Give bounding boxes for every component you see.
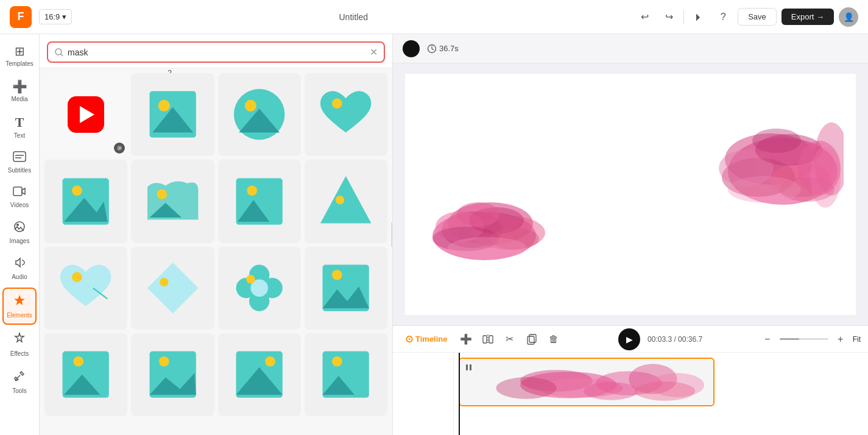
search-bar: ✕ (40, 34, 392, 68)
canvas (405, 74, 856, 315)
help-button[interactable]: ? (713, 7, 733, 27)
svg-rect-78 (483, 336, 487, 343)
landscape5-mask-icon (57, 345, 115, 403)
zoom-controls: − + Fit (759, 331, 861, 348)
landscape3-mask-icon (230, 172, 288, 230)
svg-point-90 (496, 377, 556, 399)
undo-button[interactable]: ↩ (635, 7, 654, 27)
save-button[interactable]: Save (738, 8, 777, 26)
grid-item-diamond[interactable] (131, 247, 214, 330)
sidebar-item-text[interactable]: T Text (2, 110, 37, 144)
sidebar-item-subtitles[interactable]: Subtitles (2, 146, 37, 179)
ratio-selector[interactable]: 16:9 ▾ (39, 9, 72, 24)
grid-item-square[interactable] (131, 73, 214, 156)
video-track[interactable] (459, 358, 715, 406)
ink-cloud-right (697, 110, 844, 220)
grid-item-landscape2[interactable] (131, 160, 214, 242)
square-mask-icon (144, 85, 202, 143)
timeline-toolbar: ⊙ Timeline ➕ ✂ 🗑 ▶ 00:03.3 / (393, 326, 868, 353)
avatar[interactable]: 👤 (839, 7, 858, 27)
svg-point-6 (55, 49, 62, 55)
sidebar-item-elements[interactable]: Elements (2, 288, 37, 325)
grid-item-landscape8[interactable] (305, 333, 387, 416)
export-button[interactable]: Export → (782, 9, 834, 25)
canvas-header: 36.7s (393, 34, 868, 63)
track-pause-icon (464, 362, 473, 372)
split-button[interactable] (479, 331, 496, 348)
videos-icon (13, 186, 26, 200)
svg-point-26 (336, 196, 344, 204)
timeline-left (393, 353, 454, 435)
search-icon (54, 48, 64, 57)
grid-item-landscape6[interactable] (131, 333, 214, 416)
sidebar-item-effects[interactable]: Effects (2, 327, 37, 362)
copy-button[interactable] (523, 331, 540, 348)
sidebar-label-videos: Videos (10, 202, 29, 208)
sidebar-item-audio[interactable]: Audio (2, 252, 37, 285)
zoom-slider[interactable] (780, 338, 828, 340)
time-display: 00:03.3 / 00:36.7 (647, 335, 702, 344)
grid-item-heart2[interactable] (44, 247, 127, 330)
delete-button[interactable]: 🗑 (545, 331, 562, 348)
grid-item-landscape5[interactable] (44, 333, 127, 416)
landscape8-mask-icon (317, 345, 375, 403)
zoom-out-button[interactable]: − (759, 331, 776, 348)
svg-point-74 (752, 129, 801, 153)
svg-point-77 (810, 147, 841, 208)
color-swatch[interactable] (403, 40, 420, 57)
media-icon: ➕ (12, 79, 27, 94)
svg-point-36 (246, 275, 255, 283)
sidebar-label-tools: Tools (12, 387, 26, 394)
sidebar-item-images[interactable]: Images (2, 216, 37, 249)
grid-item-flower[interactable] (218, 247, 301, 330)
zoom-in-button[interactable]: + (832, 331, 849, 348)
grid-item-heart1[interactable] (305, 73, 387, 156)
sidebar-item-videos[interactable]: Videos (2, 181, 37, 213)
svg-point-50 (332, 356, 342, 367)
fit-button[interactable]: Fit (853, 335, 861, 344)
sidebar: ⊞ Templates ➕ Media T Text Subtitles Vid… (0, 34, 40, 435)
svg-point-30 (160, 278, 168, 286)
templates-icon: ⊞ (15, 44, 25, 58)
redo-button[interactable]: ↪ (659, 7, 679, 27)
grid-item-landscape4[interactable] (305, 247, 387, 330)
sidebar-item-tools[interactable]: Tools (2, 364, 37, 399)
sidebar-label-templates: Templates (5, 60, 34, 67)
svg-point-14 (245, 100, 256, 111)
grid-item-landscape1[interactable] (44, 160, 127, 242)
sidebar-label-media: Media (11, 96, 27, 102)
search-input[interactable] (68, 48, 366, 57)
divider (683, 10, 684, 24)
play-button[interactable]: ▶ (618, 328, 640, 350)
add-clip-button[interactable]: ➕ (457, 331, 475, 348)
flower-mask-icon (230, 259, 288, 317)
app-logo[interactable]: F (10, 6, 32, 28)
grid-item-circle[interactable] (218, 73, 301, 156)
svg-point-11 (158, 100, 170, 111)
playhead[interactable] (459, 353, 460, 435)
sidebar-item-templates[interactable]: ⊞ Templates (2, 39, 37, 72)
grid-item-youtube[interactable]: ↗ (44, 73, 127, 156)
svg-marker-25 (320, 176, 371, 223)
sidebar-label-subtitles: Subtitles (8, 167, 31, 174)
youtube-badge: ↗ (114, 143, 125, 154)
landscape1-mask-icon (57, 172, 115, 230)
grid-item-triangle[interactable] (305, 160, 387, 242)
svg-point-73 (728, 176, 801, 203)
panel-collapse-handle[interactable]: ‹ (391, 222, 393, 247)
grid-item-landscape3[interactable] (218, 160, 301, 242)
sidebar-item-media[interactable]: ➕ Media (2, 74, 37, 107)
project-title: Untitled (79, 12, 627, 22)
sidebar-label-effects: Effects (10, 350, 29, 357)
grid-item-landscape7[interactable] (218, 333, 301, 416)
timeline-body: + (393, 353, 868, 435)
heart2-mask-icon (57, 259, 115, 317)
landscape6-mask-icon (144, 345, 202, 403)
cut-button[interactable]: ✂ (501, 331, 518, 348)
timeline-dot: ⊙ (405, 333, 413, 345)
preview-button[interactable]: ⏵ (689, 7, 708, 27)
landscape2-mask-icon (144, 172, 202, 230)
search-clear-button[interactable]: ✕ (370, 46, 378, 58)
svg-point-41 (74, 356, 84, 367)
topbar: F 16:9 ▾ Untitled ↩ ↪ ⏵ ? Save Export → … (0, 0, 868, 34)
